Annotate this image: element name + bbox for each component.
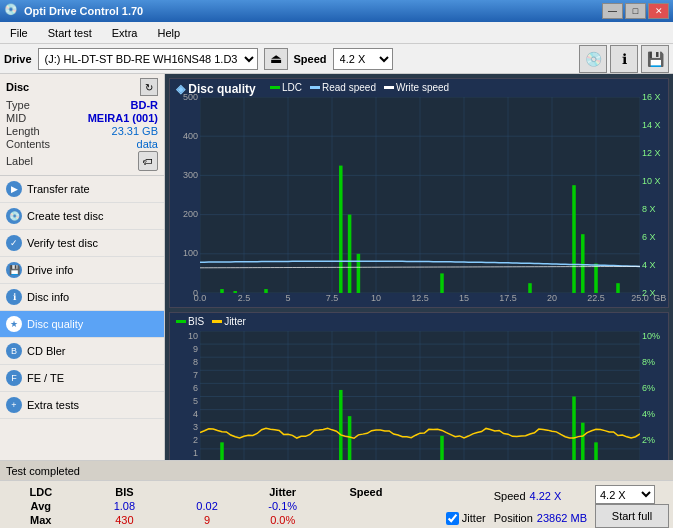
menu-file[interactable]: File <box>4 25 34 41</box>
nav-disc-info-label: Disc info <box>27 291 69 303</box>
disc-refresh-button[interactable]: ↻ <box>140 78 158 96</box>
minimize-button[interactable]: — <box>602 3 623 19</box>
info-icon-btn[interactable]: ℹ <box>610 45 638 73</box>
save-icon-btn[interactable]: 💾 <box>641 45 669 73</box>
nav-transfer-rate-label: Transfer rate <box>27 183 90 195</box>
menu-extra[interactable]: Extra <box>106 25 144 41</box>
nav-cd-bler[interactable]: B CD Bler <box>0 338 164 365</box>
window-controls: — □ ✕ <box>602 3 669 19</box>
avg-bis: 0.02 <box>171 499 243 513</box>
drive-bar: Drive (J:) HL-DT-ST BD-RE WH16NS48 1.D3 … <box>0 44 673 74</box>
main-layout: Disc ↻ Type BD-R MID MEIRA1 (001) Length… <box>0 74 673 480</box>
top-chart-legend: LDC Read speed Write speed <box>270 82 449 93</box>
start-full-button[interactable]: Start full <box>595 504 669 527</box>
test-completed-text: Test completed <box>6 465 80 477</box>
bottom-chart-canvas <box>200 331 640 462</box>
eject-button[interactable]: ⏏ <box>264 48 288 70</box>
speed-info-section: Speed 4.22 X Position 23862 MB Samples 3… <box>494 485 587 528</box>
nav-verify-test-disc[interactable]: ✓ Verify test disc <box>0 230 164 257</box>
speed-select[interactable]: 4.2 X <box>333 48 393 70</box>
disc-info-icon: ℹ <box>6 289 22 305</box>
type-key: Type <box>6 99 30 111</box>
nav-disc-quality[interactable]: ★ Disc quality <box>0 311 164 338</box>
nav-transfer-rate[interactable]: ▶ Transfer rate <box>0 176 164 203</box>
label-edit-button[interactable]: 🏷 <box>138 151 158 171</box>
length-key: Length <box>6 125 40 137</box>
speed-val: 4.22 X <box>530 490 562 502</box>
stats-table: LDC BIS Jitter Speed Avg 1.08 0.02 -0.1% <box>4 485 438 528</box>
row-max-label: Max <box>4 513 78 527</box>
nav-create-test-disc-label: Create test disc <box>27 210 103 222</box>
action-buttons: 4.2 X Start full Start part <box>595 485 669 528</box>
nav-create-test-disc[interactable]: 💿 Create test disc <box>0 203 164 230</box>
drive-info-icon: 💾 <box>6 262 22 278</box>
position-val: 23862 MB <box>537 512 587 524</box>
nav-cd-bler-label: CD Bler <box>27 345 66 357</box>
transfer-rate-icon: ▶ <box>6 181 22 197</box>
x-axis-top: 0.0 2.5 5 7.5 10 12.5 15 17.5 20 22.5 25… <box>200 293 640 307</box>
test-completed-bar: Test completed <box>0 460 673 480</box>
type-val: BD-R <box>131 99 159 111</box>
menu-start-test[interactable]: Start test <box>42 25 98 41</box>
position-key: Position <box>494 512 533 524</box>
avg-ldc: 1.08 <box>78 499 172 513</box>
drive-icon-buttons: 💿 ℹ 💾 <box>579 45 669 73</box>
menu-bar: File Start test Extra Help <box>0 22 673 44</box>
fe-te-icon: F <box>6 370 22 386</box>
col-header-bis: BIS <box>78 485 172 499</box>
row-avg-label: Avg <box>4 499 78 513</box>
contents-val: data <box>137 138 158 150</box>
speed-key: Speed <box>494 490 526 502</box>
nav-verify-test-disc-label: Verify test disc <box>27 237 98 249</box>
mid-key: MID <box>6 112 26 124</box>
max-bis: 9 <box>171 513 243 527</box>
nav-drive-info-label: Drive info <box>27 264 73 276</box>
nav-fe-te[interactable]: F FE / TE <box>0 365 164 392</box>
extra-tests-icon: + <box>6 397 22 413</box>
menu-help[interactable]: Help <box>151 25 186 41</box>
drive-select[interactable]: (J:) HL-DT-ST BD-RE WH16NS48 1.D3 <box>38 48 258 70</box>
disc-icon-btn[interactable]: 💿 <box>579 45 607 73</box>
nav-extra-tests-label: Extra tests <box>27 399 79 411</box>
nav-disc-quality-label: Disc quality <box>27 318 83 330</box>
disc-info-section: Disc ↻ Type BD-R MID MEIRA1 (001) Length… <box>0 74 164 176</box>
disc-quality-icon: ★ <box>6 316 22 332</box>
right-panel: ◈ Disc quality LDC Read speed Write spee… <box>165 74 673 480</box>
verify-test-disc-icon: ✓ <box>6 235 22 251</box>
y-axis-left-top: 500 400 300 200 100 0 <box>170 97 200 293</box>
disc-section-title: Disc <box>6 81 29 93</box>
col-header-speed: Speed <box>322 485 409 499</box>
max-ldc: 430 <box>78 513 172 527</box>
label-key: Label <box>6 155 33 167</box>
col-header-jitter: Jitter <box>243 485 322 499</box>
jitter-checkbox[interactable] <box>446 512 459 525</box>
mid-val: MEIRA1 (001) <box>88 112 158 124</box>
speed-label: Speed <box>294 53 327 65</box>
y-axis-left-bottom: 10 9 8 7 6 5 4 3 2 1 <box>170 331 200 462</box>
speed-combo-select[interactable]: 4.2 X <box>595 485 655 504</box>
cd-bler-icon: B <box>6 343 22 359</box>
maximize-button[interactable]: □ <box>625 3 646 19</box>
create-test-disc-icon: 💿 <box>6 208 22 224</box>
max-jitter: 0.0% <box>243 513 322 527</box>
nav-drive-info[interactable]: 💾 Drive info <box>0 257 164 284</box>
bottom-chart: BIS Jitter 10 9 8 7 6 5 4 3 2 1 10% 8% <box>169 312 669 477</box>
drive-label: Drive <box>4 53 32 65</box>
nav-extra-tests[interactable]: + Extra tests <box>0 392 164 419</box>
col-header-empty <box>171 485 243 499</box>
nav-disc-info[interactable]: ℹ Disc info <box>0 284 164 311</box>
bottom-chart-legend: BIS Jitter <box>176 316 246 327</box>
length-val: 23.31 GB <box>112 125 158 137</box>
nav-menu: ▶ Transfer rate 💿 Create test disc ✓ Ver… <box>0 176 164 419</box>
y-axis-right-bottom: 10% 8% 6% 4% 2% <box>640 331 668 462</box>
nav-fe-te-label: FE / TE <box>27 372 64 384</box>
y-axis-right-top: 16 X 14 X 12 X 10 X 8 X 6 X 4 X 2 X <box>640 97 668 293</box>
app-icon: 💿 <box>4 3 20 19</box>
col-header-ldc: LDC <box>4 485 78 499</box>
close-button[interactable]: ✕ <box>648 3 669 19</box>
top-chart: ◈ Disc quality LDC Read speed Write spee… <box>169 78 669 308</box>
app-title: Opti Drive Control 1.70 <box>24 5 602 17</box>
title-bar: 💿 Opti Drive Control 1.70 — □ ✕ <box>0 0 673 22</box>
chart-top-title: ◈ Disc quality <box>176 82 256 96</box>
jitter-checkbox-label[interactable]: Jitter <box>446 512 486 525</box>
